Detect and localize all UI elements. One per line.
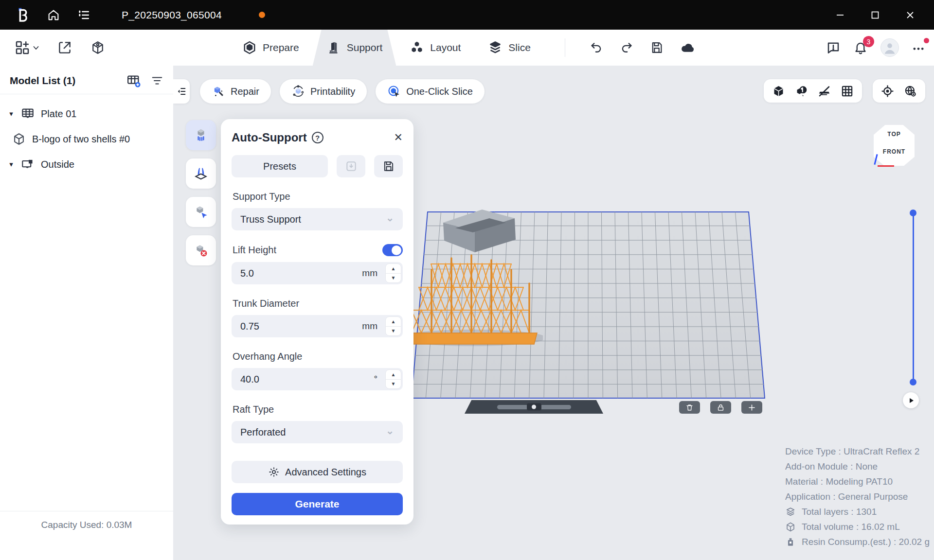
add-plate-chip-button[interactable] — [741, 401, 762, 414]
project-list-icon[interactable] — [77, 8, 90, 22]
edit-support-tool-button[interactable] — [186, 197, 216, 227]
collapse-sidebar-button[interactable] — [173, 79, 190, 104]
manual-support-tool-icon — [193, 165, 209, 182]
save-preset-button[interactable] — [374, 155, 403, 177]
lift-height-label: Lift Height — [233, 244, 403, 256]
view-cube-front-label[interactable]: FRONT — [883, 148, 905, 155]
window-close-button[interactable] — [899, 4, 921, 26]
view-cube[interactable]: TOP FRONT — [874, 125, 915, 166]
step-down-icon[interactable]: ▼ — [386, 380, 401, 389]
presets-button[interactable]: Presets — [232, 155, 328, 177]
model-library-icon[interactable] — [90, 40, 105, 55]
import-preset-icon — [345, 160, 358, 173]
auto-support-panel: Auto-Support ? ✕ Presets Support Type Tr… — [221, 119, 413, 525]
plate-base-slot — [497, 405, 571, 409]
auto-support-tool-button[interactable] — [186, 120, 216, 150]
preview-play-button[interactable] — [903, 392, 919, 408]
add-plate-icon[interactable] — [126, 73, 141, 88]
printability-button[interactable]: Printability — [280, 79, 367, 104]
tab-slice[interactable]: Slice — [474, 30, 544, 66]
one-click-slice-icon — [387, 85, 401, 98]
redo-icon[interactable] — [620, 41, 633, 54]
notifications-bell-icon[interactable]: 3 — [853, 40, 868, 55]
layer-slider-handle-top[interactable] — [910, 210, 916, 216]
add-model-button[interactable] — [15, 40, 39, 55]
app-logo-icon[interactable] — [16, 7, 30, 23]
step-down-icon[interactable]: ▼ — [386, 327, 401, 336]
save-icon[interactable] — [650, 41, 664, 54]
step-up-icon[interactable]: ▲ — [386, 264, 401, 274]
tree-item-outside[interactable]: ▾ Outside — [0, 152, 173, 177]
manual-support-tool-button[interactable] — [186, 158, 216, 189]
plate-base — [465, 400, 603, 414]
caret-down-icon[interactable]: ▾ — [8, 109, 15, 118]
overhang-angle-field: ° ▲ ▼ — [232, 368, 403, 390]
hide-plate-icon[interactable] — [818, 85, 831, 98]
clipping-view-icon[interactable] — [795, 85, 808, 98]
delete-support-tool-button[interactable] — [186, 235, 216, 265]
feedback-icon[interactable] — [826, 40, 841, 55]
chevron-down-icon: ⌄ — [386, 212, 394, 224]
caret-down-icon[interactable]: ▾ — [8, 160, 15, 169]
step-up-icon[interactable]: ▲ — [386, 370, 401, 380]
unsaved-indicator-dot — [259, 12, 265, 18]
raft-type-select[interactable]: Perforated ⌄ — [232, 421, 403, 443]
total-layers-row: Total layers : 1301 — [785, 504, 930, 519]
support-icon — [326, 40, 341, 55]
tab-layout[interactable]: Layout — [396, 30, 474, 66]
undo-icon[interactable] — [590, 41, 603, 54]
tree-item-plate[interactable]: ▾ Plate 01 — [0, 101, 173, 126]
import-file-icon[interactable] — [57, 40, 72, 55]
global-locate-icon[interactable] — [904, 85, 917, 98]
close-icon[interactable]: ✕ — [394, 132, 403, 143]
save-preset-icon — [382, 160, 395, 173]
advanced-settings-button[interactable]: Advanced Settings — [232, 461, 403, 483]
cloud-icon[interactable] — [680, 40, 696, 55]
locate-target-icon[interactable] — [881, 85, 894, 98]
repair-button[interactable]: Repair — [200, 79, 271, 104]
plate-controls — [679, 401, 762, 414]
lock-plate-button[interactable] — [710, 401, 731, 414]
tab-support[interactable]: Support — [313, 30, 396, 66]
delete-support-tool-icon — [193, 242, 209, 259]
more-menu-icon[interactable] — [912, 41, 925, 54]
edit-support-tool-icon — [193, 204, 209, 220]
tree-item-model[interactable]: B-logo of two shells #0 — [0, 126, 173, 152]
plate-base-emblem — [527, 403, 541, 411]
window-minimize-button[interactable] — [829, 4, 851, 26]
solid-view-icon[interactable] — [772, 85, 785, 98]
support-type-select[interactable]: Truss Support ⌄ — [232, 208, 403, 230]
layer-slider-handle-bottom[interactable] — [910, 379, 916, 385]
tab-prepare[interactable]: Prepare — [229, 30, 313, 66]
device-type-label: Device Type : UltraCraft Reflex 2 — [785, 444, 930, 459]
overhang-angle-label: Overhang Angle — [233, 351, 403, 362]
overhang-angle-unit: ° — [374, 368, 377, 390]
help-icon[interactable]: ? — [312, 132, 323, 143]
window-maximize-button[interactable] — [864, 4, 886, 26]
generate-button[interactable]: Generate — [232, 493, 403, 515]
project-title: P_20250903_065004 — [122, 9, 222, 21]
trash-icon — [685, 403, 694, 412]
trunk-diameter-input[interactable] — [232, 315, 351, 337]
add-model-dropdown-icon — [33, 46, 39, 50]
import-preset-button[interactable] — [337, 155, 365, 177]
delete-plate-button[interactable] — [679, 401, 700, 414]
avatar[interactable] — [880, 38, 899, 57]
locate-toolbar — [873, 79, 925, 103]
trunk-diameter-field: mm ▲ ▼ — [232, 315, 403, 337]
filter-icon[interactable] — [151, 74, 163, 87]
step-down-icon[interactable]: ▼ — [386, 274, 401, 283]
lift-height-input[interactable] — [232, 262, 351, 284]
trunk-diameter-label: Trunk Diameter — [233, 298, 403, 309]
overhang-angle-input[interactable] — [232, 368, 351, 390]
model-with-supports[interactable] — [402, 206, 543, 351]
gear-icon — [268, 466, 280, 478]
view-cube-top-label[interactable]: TOP — [887, 131, 900, 138]
lift-height-toggle[interactable] — [382, 244, 403, 256]
grid-view-icon[interactable] — [841, 85, 854, 98]
viewport-3d[interactable]: Repair Printability One-Click Slice — [173, 66, 934, 560]
step-up-icon[interactable]: ▲ — [386, 317, 401, 327]
one-click-slice-button[interactable]: One-Click Slice — [376, 79, 485, 104]
layer-slider-track[interactable] — [913, 212, 914, 382]
home-icon[interactable] — [47, 8, 60, 22]
